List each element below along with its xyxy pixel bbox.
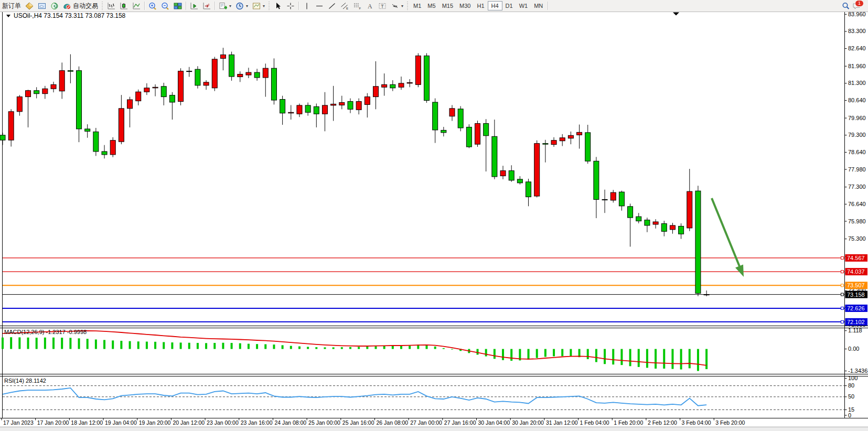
svg-text:27 Jan 00:00: 27 Jan 00:00 <box>410 419 442 426</box>
svg-text:1 Feb 20:00: 1 Feb 20:00 <box>614 419 643 426</box>
toolbar-grip <box>268 2 271 10</box>
templates-button[interactable]: ▾ <box>250 1 267 11</box>
profiles-button[interactable] <box>36 1 48 11</box>
dropdown-caret: ▾ <box>401 4 403 8</box>
svg-text:MACD(12,26,9) -1.2317 -0.9998: MACD(12,26,9) -1.2317 -0.9998 <box>4 329 87 335</box>
cursor-icon <box>274 2 282 10</box>
timeframe-h1-button[interactable]: H1 <box>474 1 487 11</box>
svg-text:81.960: 81.960 <box>848 63 866 69</box>
zoom-out-button[interactable] <box>159 1 172 11</box>
svg-text:81.300: 81.300 <box>848 80 866 86</box>
vline-tool-button[interactable] <box>301 1 313 11</box>
signals-icon <box>50 2 59 10</box>
svg-text:0: 0 <box>848 412 851 418</box>
chart-autoscroll-button[interactable] <box>188 1 200 11</box>
bars-chart-icon <box>107 2 115 10</box>
tile-windows-button[interactable] <box>172 1 184 11</box>
svg-text:-1.3436: -1.3436 <box>848 368 867 374</box>
toolbar-separator <box>215 2 215 10</box>
notifications[interactable]: 1 <box>852 2 861 10</box>
fibonacci-icon: F <box>353 2 361 10</box>
chart-shift-button[interactable] <box>200 1 213 11</box>
svg-text:25 Jan 16:00: 25 Jan 16:00 <box>342 419 374 426</box>
indicators-button[interactable]: ▾ <box>217 1 233 11</box>
svg-text:83.300: 83.300 <box>848 28 866 34</box>
toolbar: 新订单 自动交易 <box>0 0 868 12</box>
periods-button[interactable]: ▾ <box>233 1 250 11</box>
line-mode-button[interactable] <box>130 1 143 11</box>
autoscroll-icon <box>190 2 198 10</box>
signals-button[interactable] <box>48 1 61 11</box>
svg-text:18 Jan 12:00: 18 Jan 12:00 <box>71 419 103 426</box>
svg-text:23 Jan 00:00: 23 Jan 00:00 <box>207 419 239 426</box>
toolbar-separator <box>298 2 299 10</box>
vertical-line-icon <box>303 2 311 10</box>
svg-text:80.640: 80.640 <box>848 97 866 103</box>
timeframe-d1-button[interactable]: D1 <box>502 1 516 11</box>
timeframe-m1-button[interactable]: M1 <box>410 1 424 11</box>
trendline-tool-button[interactable] <box>326 1 338 11</box>
zoom-out-icon <box>161 2 169 10</box>
svg-text:24 Jan 08:00: 24 Jan 08:00 <box>274 419 306 426</box>
chart-background <box>0 12 868 426</box>
toolbar-separator <box>186 2 186 10</box>
arrows-shapes-icon <box>391 2 399 10</box>
timeframe-m15-button[interactable]: M15 <box>439 1 456 11</box>
svg-text:75.980: 75.980 <box>848 218 866 224</box>
search-button[interactable] <box>840 1 852 11</box>
svg-text:30 Jan 20:00: 30 Jan 20:00 <box>512 419 544 426</box>
horizontal-line-icon <box>315 2 324 10</box>
svg-text:A: A <box>368 3 372 10</box>
label-tool-button[interactable]: T <box>376 1 389 11</box>
svg-text:80: 80 <box>848 382 854 389</box>
auto-trading-icon <box>63 2 71 10</box>
chart-title[interactable]: USOil-,H4 73.154 73.311 73.087 73.158 <box>6 12 126 19</box>
dropdown-caret: ▾ <box>263 4 265 8</box>
chart-area[interactable]: 83.96083.30082.64081.96081.30080.64079.9… <box>0 0 868 431</box>
svg-text:0.00: 0.00 <box>848 346 859 352</box>
timeframe-m30-button[interactable]: M30 <box>456 1 474 11</box>
timeframe-m5-button[interactable]: M5 <box>424 1 438 11</box>
zoom-in-button[interactable] <box>146 1 159 11</box>
svg-text:79.960: 79.960 <box>848 115 866 121</box>
timeframe-h4-button[interactable]: H4 <box>488 1 502 10</box>
cursor-tool-button[interactable] <box>272 1 284 11</box>
new-chart-icon <box>25 2 34 10</box>
channel-tool-button[interactable]: E <box>338 1 351 11</box>
window-bottom-edge <box>0 427 868 431</box>
svg-text:50: 50 <box>848 393 854 400</box>
new-order-button[interactable]: 新订单 <box>0 1 23 11</box>
shapes-tool-button[interactable]: ▾ <box>389 1 405 11</box>
crosshair-tool-button[interactable] <box>284 1 297 11</box>
svg-text:75.300: 75.300 <box>848 235 866 242</box>
auto-trading-label: 自动交易 <box>73 2 98 10</box>
notification-badge: 1 <box>855 0 864 7</box>
svg-text:78.640: 78.640 <box>848 149 866 155</box>
svg-text:USOil-,H4 73.154 73.311 73.08: USOil-,H4 73.154 73.311 73.087 73.158 <box>14 12 126 19</box>
toolbar-grip <box>101 2 104 10</box>
timeframe-mn-button[interactable]: MN <box>531 1 546 11</box>
fibo-tool-button[interactable]: F <box>351 1 363 11</box>
tile-windows-icon <box>174 2 182 10</box>
text-icon: A <box>366 2 374 10</box>
svg-text:17 Jan 2023: 17 Jan 2023 <box>3 419 34 426</box>
equidistant-channel-icon: E <box>340 2 349 10</box>
candles-chart-icon <box>120 2 128 10</box>
text-tool-button[interactable]: A <box>363 1 376 11</box>
new-chart-button[interactable] <box>23 1 36 11</box>
svg-text:F: F <box>359 7 361 10</box>
svg-text:30 Jan 04:00: 30 Jan 04:00 <box>478 419 510 426</box>
candles-mode-button[interactable] <box>117 1 130 11</box>
toolbar-grip <box>406 2 409 10</box>
chart-canvas[interactable]: 83.96083.30082.64081.96081.30080.64079.9… <box>0 0 868 431</box>
svg-text:25 Jan 00:00: 25 Jan 00:00 <box>308 419 340 426</box>
bars-mode-button[interactable] <box>105 1 117 11</box>
svg-text:72.102: 72.102 <box>847 319 865 325</box>
svg-text:1 Feb 04:00: 1 Feb 04:00 <box>580 419 609 426</box>
svg-text:2 Feb 12:00: 2 Feb 12:00 <box>648 419 677 426</box>
text-label-icon: T <box>378 2 387 10</box>
timeframe-w1-button[interactable]: W1 <box>516 1 531 11</box>
auto-trading-button[interactable]: 自动交易 <box>61 1 100 11</box>
search-icon <box>842 2 850 10</box>
hline-tool-button[interactable] <box>313 1 326 11</box>
